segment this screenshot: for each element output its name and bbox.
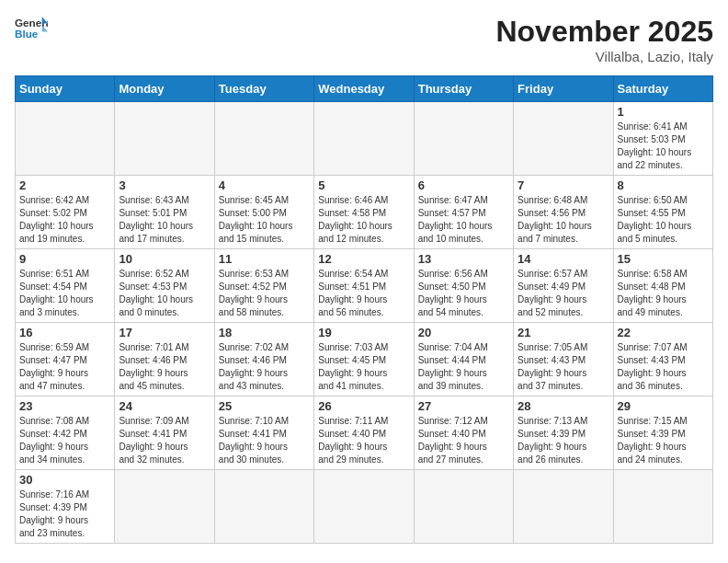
logo-icon: General Blue <box>15 15 48 40</box>
day-info: Sunrise: 6:58 AM Sunset: 4:48 PM Dayligh… <box>618 268 709 319</box>
day-number: 22 <box>618 326 709 339</box>
day-info: Sunrise: 7:16 AM Sunset: 4:39 PM Dayligh… <box>19 488 110 540</box>
day-info: Sunrise: 7:15 AM Sunset: 4:39 PM Dayligh… <box>618 415 709 466</box>
weekday-header-thursday: Thursday <box>414 76 513 102</box>
calendar-cell: 7Sunrise: 6:48 AM Sunset: 4:56 PM Daylig… <box>514 176 613 249</box>
day-number: 17 <box>119 326 210 339</box>
day-info: Sunrise: 6:48 AM Sunset: 4:56 PM Dayligh… <box>518 194 609 246</box>
day-number: 23 <box>19 399 110 413</box>
calendar-cell: 10Sunrise: 6:52 AM Sunset: 4:53 PM Dayli… <box>115 249 214 323</box>
day-info: Sunrise: 7:12 AM Sunset: 4:40 PM Dayligh… <box>418 415 509 466</box>
calendar-table: SundayMondayTuesdayWednesdayThursdayFrid… <box>15 75 713 544</box>
day-number: 18 <box>219 326 310 339</box>
day-info: Sunrise: 6:56 AM Sunset: 4:50 PM Dayligh… <box>418 268 509 319</box>
day-info: Sunrise: 6:59 AM Sunset: 4:47 PM Dayligh… <box>19 341 110 393</box>
day-number: 4 <box>219 178 310 192</box>
calendar-week-row: 9Sunrise: 6:51 AM Sunset: 4:54 PM Daylig… <box>16 249 713 323</box>
day-info: Sunrise: 6:46 AM Sunset: 4:58 PM Dayligh… <box>318 194 409 246</box>
day-number: 9 <box>19 252 110 266</box>
day-info: Sunrise: 7:10 AM Sunset: 4:41 PM Dayligh… <box>219 415 310 466</box>
day-number: 20 <box>418 326 509 339</box>
location: Villalba, Lazio, Italy <box>495 49 713 64</box>
weekday-header-tuesday: Tuesday <box>214 76 313 102</box>
day-info: Sunrise: 6:57 AM Sunset: 4:49 PM Dayligh… <box>518 268 609 319</box>
day-number: 25 <box>219 399 310 413</box>
calendar-week-row: 1Sunrise: 6:41 AM Sunset: 5:03 PM Daylig… <box>16 102 713 176</box>
day-info: Sunrise: 6:54 AM Sunset: 4:51 PM Dayligh… <box>318 268 409 319</box>
calendar-cell <box>514 470 613 544</box>
day-number: 19 <box>318 326 409 339</box>
day-number: 13 <box>418 252 509 266</box>
calendar-cell: 1Sunrise: 6:41 AM Sunset: 5:03 PM Daylig… <box>613 102 712 176</box>
day-number: 21 <box>518 326 609 339</box>
weekday-header-wednesday: Wednesday <box>314 76 414 102</box>
calendar-cell: 25Sunrise: 7:10 AM Sunset: 4:41 PM Dayli… <box>214 396 313 470</box>
day-number: 7 <box>518 178 609 192</box>
calendar-week-row: 23Sunrise: 7:08 AM Sunset: 4:42 PM Dayli… <box>16 396 713 470</box>
day-info: Sunrise: 7:08 AM Sunset: 4:42 PM Dayligh… <box>19 415 110 466</box>
day-number: 15 <box>618 252 709 266</box>
day-number: 1 <box>618 105 709 119</box>
calendar-cell <box>214 102 313 176</box>
day-info: Sunrise: 7:13 AM Sunset: 4:39 PM Dayligh… <box>518 415 609 466</box>
calendar-cell <box>314 102 414 176</box>
day-number: 14 <box>518 252 609 266</box>
day-info: Sunrise: 7:03 AM Sunset: 4:45 PM Dayligh… <box>318 341 409 393</box>
calendar-cell: 4Sunrise: 6:45 AM Sunset: 5:00 PM Daylig… <box>214 176 313 249</box>
day-info: Sunrise: 6:45 AM Sunset: 5:00 PM Dayligh… <box>219 194 310 246</box>
calendar-cell <box>115 470 214 544</box>
day-info: Sunrise: 7:04 AM Sunset: 4:44 PM Dayligh… <box>418 341 509 393</box>
day-number: 12 <box>318 252 409 266</box>
day-info: Sunrise: 7:11 AM Sunset: 4:40 PM Dayligh… <box>318 415 409 466</box>
calendar-cell: 24Sunrise: 7:09 AM Sunset: 4:41 PM Dayli… <box>115 396 214 470</box>
day-number: 16 <box>19 326 110 339</box>
calendar-cell: 30Sunrise: 7:16 AM Sunset: 4:39 PM Dayli… <box>16 470 115 544</box>
calendar-cell: 12Sunrise: 6:54 AM Sunset: 4:51 PM Dayli… <box>314 249 414 323</box>
calendar-cell: 15Sunrise: 6:58 AM Sunset: 4:48 PM Dayli… <box>613 249 712 323</box>
calendar-cell <box>214 470 313 544</box>
calendar-cell: 2Sunrise: 6:42 AM Sunset: 5:02 PM Daylig… <box>16 176 115 249</box>
calendar-cell: 22Sunrise: 7:07 AM Sunset: 4:43 PM Dayli… <box>613 323 712 396</box>
calendar-cell: 6Sunrise: 6:47 AM Sunset: 4:57 PM Daylig… <box>414 176 513 249</box>
day-info: Sunrise: 7:02 AM Sunset: 4:46 PM Dayligh… <box>219 341 310 393</box>
day-info: Sunrise: 6:42 AM Sunset: 5:02 PM Dayligh… <box>19 194 110 246</box>
day-number: 2 <box>19 178 110 192</box>
calendar-cell: 17Sunrise: 7:01 AM Sunset: 4:46 PM Dayli… <box>115 323 214 396</box>
day-number: 30 <box>19 473 110 487</box>
weekday-header-row: SundayMondayTuesdayWednesdayThursdayFrid… <box>16 76 713 102</box>
calendar-week-row: 2Sunrise: 6:42 AM Sunset: 5:02 PM Daylig… <box>16 176 713 249</box>
calendar-cell <box>613 470 712 544</box>
day-info: Sunrise: 6:51 AM Sunset: 4:54 PM Dayligh… <box>19 268 110 319</box>
calendar-cell <box>115 102 214 176</box>
day-info: Sunrise: 7:09 AM Sunset: 4:41 PM Dayligh… <box>119 415 210 466</box>
weekday-header-sunday: Sunday <box>16 76 115 102</box>
calendar-cell: 18Sunrise: 7:02 AM Sunset: 4:46 PM Dayli… <box>214 323 313 396</box>
day-number: 11 <box>219 252 310 266</box>
calendar-cell: 14Sunrise: 6:57 AM Sunset: 4:49 PM Dayli… <box>514 249 613 323</box>
calendar-cell: 21Sunrise: 7:05 AM Sunset: 4:43 PM Dayli… <box>514 323 613 396</box>
calendar-cell: 26Sunrise: 7:11 AM Sunset: 4:40 PM Dayli… <box>314 396 414 470</box>
day-number: 24 <box>119 399 210 413</box>
title-block: November 2025 Villalba, Lazio, Italy <box>495 15 713 64</box>
weekday-header-friday: Friday <box>514 76 613 102</box>
day-number: 10 <box>119 252 210 266</box>
day-info: Sunrise: 6:41 AM Sunset: 5:03 PM Dayligh… <box>618 121 709 172</box>
calendar-cell <box>16 102 115 176</box>
day-info: Sunrise: 7:01 AM Sunset: 4:46 PM Dayligh… <box>119 341 210 393</box>
day-number: 3 <box>119 178 210 192</box>
weekday-header-saturday: Saturday <box>613 76 712 102</box>
day-number: 26 <box>318 399 409 413</box>
calendar-cell: 19Sunrise: 7:03 AM Sunset: 4:45 PM Dayli… <box>314 323 414 396</box>
day-info: Sunrise: 7:05 AM Sunset: 4:43 PM Dayligh… <box>518 341 609 393</box>
day-info: Sunrise: 6:43 AM Sunset: 5:01 PM Dayligh… <box>119 194 210 246</box>
calendar-cell: 9Sunrise: 6:51 AM Sunset: 4:54 PM Daylig… <box>16 249 115 323</box>
day-info: Sunrise: 6:47 AM Sunset: 4:57 PM Dayligh… <box>418 194 509 246</box>
weekday-header-monday: Monday <box>115 76 214 102</box>
calendar-cell: 3Sunrise: 6:43 AM Sunset: 5:01 PM Daylig… <box>115 176 214 249</box>
day-number: 29 <box>618 399 709 413</box>
page-header: General Blue November 2025 Villalba, Laz… <box>15 15 713 64</box>
day-number: 8 <box>618 178 709 192</box>
calendar-week-row: 16Sunrise: 6:59 AM Sunset: 4:47 PM Dayli… <box>16 323 713 396</box>
calendar-cell <box>314 470 414 544</box>
day-number: 6 <box>418 178 509 192</box>
